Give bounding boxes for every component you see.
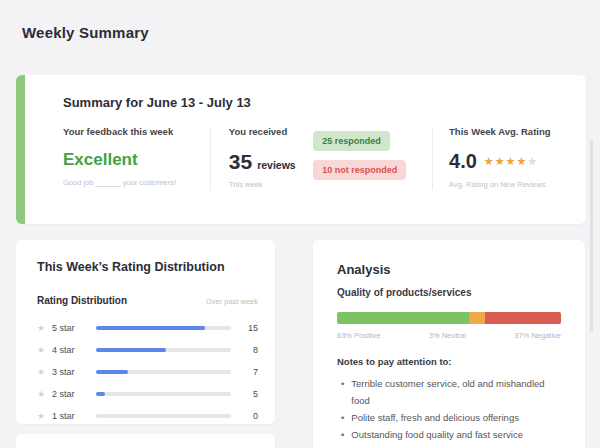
avg-rating-section: This Week Avg. Rating 4.0 ★★★★★ Avg. Rat… bbox=[449, 126, 568, 189]
rating-row-label: 3 star bbox=[52, 367, 89, 377]
next-card-peek bbox=[16, 434, 275, 448]
responded-badge[interactable]: 25 responded bbox=[313, 131, 390, 151]
feedback-label: Your feedback this week bbox=[63, 126, 210, 137]
rating-row-label: 2 star bbox=[52, 389, 89, 399]
scrollbar-thumb[interactable] bbox=[590, 140, 593, 332]
positive-segment bbox=[337, 312, 469, 324]
star-icon: ★ bbox=[37, 411, 52, 421]
positive-label: 63% Positive bbox=[337, 331, 380, 340]
star-empty-icon: ★ bbox=[527, 155, 538, 167]
note-text: Terrible customer service, old and misha… bbox=[351, 375, 561, 409]
note-text: Polite staff, fresh and delicious offeri… bbox=[351, 409, 519, 426]
rating-row-1star: ★ 1 star 0 bbox=[37, 405, 258, 427]
bullet-icon: • bbox=[341, 426, 344, 443]
not-responded-badge[interactable]: 10 not responded bbox=[313, 160, 406, 180]
rating-row-5star: ★ 5 star 15 bbox=[37, 317, 258, 339]
divider bbox=[432, 128, 433, 190]
avg-rating-value: 4.0 bbox=[449, 150, 477, 173]
avg-rating-note: Avg. Rating on New Reviews bbox=[449, 180, 568, 189]
analysis-card: Analysis Quality of products/services 63… bbox=[313, 240, 585, 448]
rating-row-value: 5 bbox=[242, 389, 258, 399]
star-filled-icon: ★ bbox=[484, 155, 495, 167]
rating-row-label: 4 star bbox=[52, 345, 89, 355]
accent-bar bbox=[16, 75, 25, 224]
distribution-subtitle: Rating Distribution bbox=[37, 295, 127, 306]
response-badges: 25 responded 10 not responded bbox=[313, 131, 432, 180]
received-section: You received 35 reviews This week bbox=[229, 126, 303, 189]
rating-bar-track bbox=[96, 326, 231, 330]
avg-rating-label: This Week Avg. Rating bbox=[449, 126, 568, 137]
negative-label: 37% Negative bbox=[514, 331, 561, 340]
rating-bar-fill bbox=[96, 326, 205, 330]
star-icon: ★ bbox=[37, 323, 52, 333]
summary-card-title: Summary for June 13 - July 13 bbox=[63, 95, 568, 110]
rating-bar-track bbox=[96, 392, 231, 396]
note-item: • Terrible customer service, old and mis… bbox=[337, 375, 561, 409]
reviews-unit: reviews bbox=[257, 159, 296, 171]
feedback-value: Excellent bbox=[63, 150, 210, 170]
neutral-label: 3% Neutral bbox=[429, 331, 466, 340]
rating-bar-fill bbox=[96, 348, 166, 352]
bullet-icon: • bbox=[341, 375, 344, 392]
rating-row-3star: ★ 3 star 7 bbox=[37, 361, 258, 383]
reviews-count: 35 bbox=[229, 150, 252, 174]
rating-distribution-card: This Week’s Rating Distribution Rating D… bbox=[16, 240, 275, 424]
rating-row-4star: ★ 4 star 8 bbox=[37, 339, 258, 361]
star-filled-icon: ★ bbox=[516, 155, 527, 167]
rating-bar-track bbox=[96, 414, 231, 418]
rating-bar-fill bbox=[96, 370, 128, 374]
rating-bar-fill bbox=[96, 392, 105, 396]
distribution-period: Over past week bbox=[206, 297, 258, 306]
neutral-segment bbox=[469, 312, 485, 324]
rating-bar-track bbox=[96, 348, 231, 352]
feedback-note: Good job ______ your customers! bbox=[63, 178, 210, 187]
rating-row-label: 5 star bbox=[52, 323, 89, 333]
rating-row-value: 15 bbox=[242, 323, 258, 333]
note-item: • Outstanding food quality and fast serv… bbox=[337, 426, 561, 443]
star-icon: ★ bbox=[37, 345, 52, 355]
star-icon: ★ bbox=[37, 389, 52, 399]
star-filled-icon: ★ bbox=[506, 155, 517, 167]
star-filled-icon: ★ bbox=[495, 155, 506, 167]
star-icon: ★ bbox=[37, 367, 52, 377]
rating-row-label: 1 star bbox=[52, 411, 89, 421]
received-label: You received bbox=[229, 126, 303, 137]
analysis-subtitle: Quality of products/services bbox=[337, 287, 561, 298]
note-item: • Polite staff, fresh and delicious offe… bbox=[337, 409, 561, 426]
rating-row-2star: ★ 2 star 5 bbox=[37, 383, 258, 405]
divider bbox=[210, 128, 211, 190]
received-note: This week bbox=[229, 180, 303, 189]
page-title: Weekly Summary bbox=[22, 24, 149, 41]
rating-row-value: 8 bbox=[242, 345, 258, 355]
distribution-card-title: This Week’s Rating Distribution bbox=[37, 260, 258, 274]
notes-title: Notes to pay attention to: bbox=[337, 356, 561, 367]
analysis-card-title: Analysis bbox=[337, 262, 561, 277]
negative-segment bbox=[485, 312, 561, 324]
summary-card: Summary for June 13 - July 13 Your feedb… bbox=[16, 75, 586, 224]
feedback-section: Your feedback this week Excellent Good j… bbox=[63, 126, 210, 187]
note-text: Outstanding food quality and fast servic… bbox=[351, 426, 523, 443]
rating-row-value: 7 bbox=[242, 367, 258, 377]
rating-row-value: 0 bbox=[242, 411, 258, 421]
sentiment-stacked-bar bbox=[337, 312, 561, 324]
rating-bar-track bbox=[96, 370, 231, 374]
bullet-icon: • bbox=[341, 409, 344, 426]
rating-stars: ★★★★★ bbox=[484, 155, 538, 168]
